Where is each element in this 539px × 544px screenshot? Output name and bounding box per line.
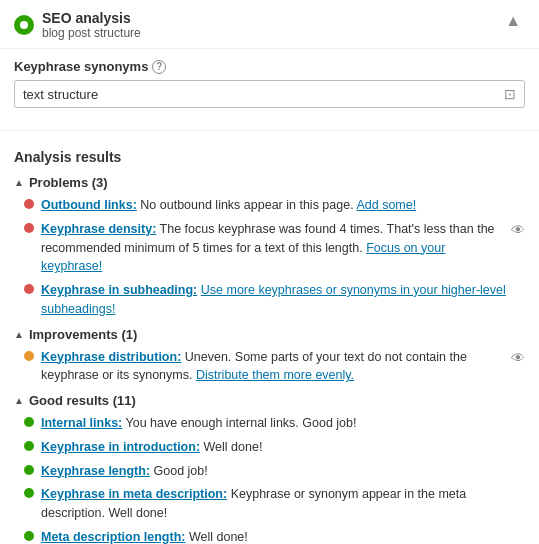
item-text: Internal links: You have enough internal… [41,414,525,433]
green-dot [24,441,34,451]
list-item: Keyphrase density: The focus keyphrase w… [18,220,525,276]
focus-keyphrase-link[interactable]: Focus on your keyphrase! [41,241,445,274]
item-text: Keyphrase length: Good job! [41,462,525,481]
eye-icon[interactable]: 👁 [505,350,525,366]
item-left: Keyphrase distribution: Uneven. Some par… [24,348,505,386]
analysis-title: Analysis results [14,149,525,165]
list-item: Meta description length: Well done! [18,528,525,544]
item-left: Keyphrase in introduction: Well done! [24,438,525,457]
item-text: Meta description length: Well done! [41,528,525,544]
green-dot [24,417,34,427]
keyphrase-length-link[interactable]: Keyphrase length: [41,464,150,478]
panel-header: SEO analysis blog post structure ▲ [0,0,539,49]
item-text: Keyphrase density: The focus keyphrase w… [41,220,505,276]
keyphrase-input[interactable] [23,87,504,102]
header-title-wrap: SEO analysis blog post structure [42,10,141,40]
problems-group: ▲ Problems (3) Outbound links: No outbou… [14,175,525,319]
divider [0,130,539,131]
add-some-link[interactable]: Add some! [356,198,416,212]
keyphrase-help-icon[interactable]: ? [152,60,166,74]
meta-desc-length-link[interactable]: Meta description length: [41,530,185,544]
problems-label: Problems (3) [29,175,108,190]
problems-header[interactable]: ▲ Problems (3) [14,175,525,190]
panel-title: SEO analysis [42,10,141,26]
item-left: Keyphrase in subheading: Use more keyphr… [24,281,525,319]
list-item: Keyphrase distribution: Uneven. Some par… [18,348,525,386]
green-dot [24,488,34,498]
distribute-link[interactable]: Distribute them more evenly. [196,368,354,382]
collapse-button[interactable]: ▲ [501,10,525,32]
red-dot [24,199,34,209]
good-results-chevron: ▲ [14,395,24,406]
item-left: Outbound links: No outbound links appear… [24,196,525,215]
keyphrase-section: Keyphrase synonyms ? ⊡ [0,49,539,130]
input-clear-icon[interactable]: ⊡ [504,86,516,102]
item-text: Keyphrase distribution: Uneven. Some par… [41,348,505,386]
list-item: Keyphrase in subheading: Use more keyphr… [18,281,525,319]
keyphrase-density-link[interactable]: Keyphrase density: [41,222,156,236]
internal-links-link[interactable]: Internal links: [41,416,122,430]
improvements-header[interactable]: ▲ Improvements (1) [14,327,525,342]
keyphrase-distribution-link[interactable]: Keyphrase distribution: [41,350,181,364]
svg-point-0 [20,21,28,29]
keyphrase-input-wrap: ⊡ [14,80,525,108]
list-item: Keyphrase in introduction: Well done! [18,438,525,457]
good-results-label: Good results (11) [29,393,136,408]
item-text: Keyphrase in introduction: Well done! [41,438,525,457]
good-results-header[interactable]: ▲ Good results (11) [14,393,525,408]
red-dot [24,223,34,233]
list-item: Keyphrase length: Good job! [18,462,525,481]
green-dot [24,531,34,541]
keyphrase-label: Keyphrase synonyms ? [14,59,525,74]
header-left: SEO analysis blog post structure [14,10,141,40]
item-left: Keyphrase length: Good job! [24,462,525,481]
green-dot [24,465,34,475]
red-dot [24,284,34,294]
improvements-label: Improvements (1) [29,327,137,342]
list-item: Internal links: You have enough internal… [18,414,525,433]
item-left: Meta description length: Well done! [24,528,525,544]
problems-chevron: ▲ [14,177,24,188]
keyphrase-intro-link[interactable]: Keyphrase in introduction: [41,440,200,454]
item-text: Keyphrase in subheading: Use more keyphr… [41,281,525,319]
list-item: Keyphrase in meta description: Keyphrase… [18,485,525,523]
analysis-section: Analysis results ▲ Problems (3) Outbound… [0,139,539,544]
list-item: Outbound links: No outbound links appear… [18,196,525,215]
keyphrase-label-text: Keyphrase synonyms [14,59,148,74]
item-left: Internal links: You have enough internal… [24,414,525,433]
improvements-items: Keyphrase distribution: Uneven. Some par… [14,348,525,386]
keyphrase-meta-link[interactable]: Keyphrase in meta description: [41,487,227,501]
problems-items: Outbound links: No outbound links appear… [14,196,525,319]
improvements-group: ▲ Improvements (1) Keyphrase distributio… [14,327,525,386]
seo-status-icon [14,15,34,35]
outbound-links-link[interactable]: Outbound links: [41,198,137,212]
item-text: Keyphrase in meta description: Keyphrase… [41,485,525,523]
item-left: Keyphrase in meta description: Keyphrase… [24,485,525,523]
good-results-items: Internal links: You have enough internal… [14,414,525,544]
orange-dot [24,351,34,361]
panel-subtitle: blog post structure [42,26,141,40]
keyphrase-subheading-link[interactable]: Keyphrase in subheading: [41,283,197,297]
good-results-group: ▲ Good results (11) Internal links: You … [14,393,525,544]
item-left: Keyphrase density: The focus keyphrase w… [24,220,505,276]
eye-icon[interactable]: 👁 [505,222,525,238]
improvements-chevron: ▲ [14,329,24,340]
item-text: Outbound links: No outbound links appear… [41,196,525,215]
